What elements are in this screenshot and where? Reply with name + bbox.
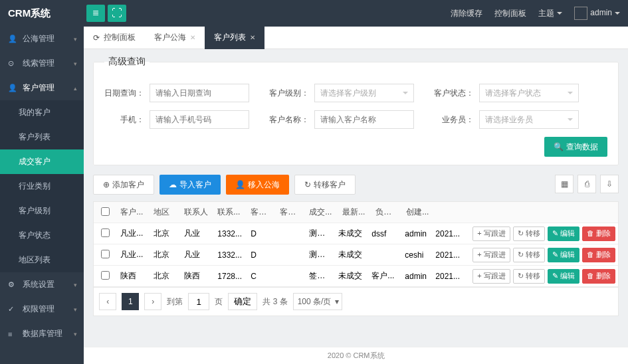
close-icon[interactable]: ✕ — [190, 34, 195, 41]
footer: 2020 © CRM系统 — [84, 347, 628, 364]
refresh-icon: ↻ — [304, 180, 311, 189]
sales-select[interactable]: 请选择业务员 — [479, 110, 579, 129]
sidebar-item[interactable]: 我的客户 — [0, 100, 84, 125]
chevron-down-icon — [403, 92, 408, 94]
status-select[interactable]: 请选择客户状态 — [479, 84, 579, 102]
total-count: 共 3 条 — [262, 296, 287, 308]
sidebar-group[interactable]: ⚙系统设置▾ — [0, 272, 84, 297]
follow-button[interactable]: + 写跟进 — [472, 227, 510, 241]
print-button[interactable]: ⎙ — [577, 175, 596, 193]
sidebar-group[interactable]: ≡数据库管理▾ — [0, 321, 84, 346]
column-header[interactable]: 客户... — [116, 207, 150, 218]
tab[interactable]: 客户公海✕ — [145, 27, 205, 49]
fullscreen-button[interactable]: ⛶ — [108, 5, 126, 22]
import-customer-button[interactable]: ☁导入客户 — [159, 175, 221, 195]
sidebar-group[interactable]: 👤公海管理▾ — [0, 27, 84, 51]
move-to-sea-button[interactable]: 👤移入公海 — [226, 175, 289, 195]
chevron-icon: ▾ — [74, 36, 77, 43]
row-checkbox[interactable] — [101, 228, 110, 237]
name-input[interactable] — [314, 110, 414, 129]
goto-confirm-button[interactable]: 确定 — [228, 293, 257, 310]
group-icon: ≡ — [8, 330, 17, 338]
table-row: 凡业...北京凡业1332...D测试...未成交dssfadmin2021..… — [94, 223, 618, 244]
table-row: 陕西北京陕西1728...C签单...未成交客户...admin2021...+… — [94, 266, 618, 287]
control-panel-link[interactable]: 控制面板 — [494, 8, 526, 19]
column-header[interactable]: 客户... — [247, 207, 276, 218]
level-select[interactable]: 请选择客户级别 — [314, 84, 414, 102]
query-button[interactable]: 🔍查询数据 — [544, 137, 607, 157]
column-header[interactable]: 客户... — [276, 207, 305, 218]
transfer-customer-button[interactable]: ↻转移客户 — [294, 175, 356, 195]
next-page-button[interactable]: › — [144, 293, 161, 310]
column-header[interactable]: 负责人 — [371, 207, 402, 218]
cell: 北京 — [150, 228, 180, 239]
column-header[interactable]: 创建... — [402, 207, 439, 218]
cell: dssf — [367, 229, 401, 238]
level-label: 客户级别： — [269, 88, 309, 99]
add-customer-button[interactable]: ⊕添加客户 — [93, 175, 154, 195]
prev-page-button[interactable]: ‹ — [99, 293, 116, 310]
sidebar-item[interactable]: 成交客户 — [0, 149, 84, 174]
delete-button[interactable]: 🗑 删除 — [582, 248, 615, 262]
column-header[interactable]: 最新... — [338, 207, 371, 218]
sidebar-group[interactable]: 👤客户管理▴ — [0, 76, 84, 100]
menu-toggle-button[interactable]: ≡ — [86, 5, 105, 22]
cell: 测试... — [305, 249, 334, 260]
tab-bar: ⟳控制面板客户公海✕客户列表✕ — [84, 27, 628, 49]
edit-button[interactable]: ✎ 编辑 — [548, 227, 579, 241]
cell: 未成交 — [334, 249, 367, 260]
delete-button[interactable]: 🗑 删除 — [582, 227, 615, 241]
column-header[interactable]: 成交... — [305, 207, 338, 218]
close-icon[interactable]: ✕ — [250, 34, 255, 41]
delete-button[interactable]: 🗑 删除 — [582, 269, 615, 284]
group-label: 客户管理 — [23, 82, 54, 94]
page-1-button[interactable]: 1 — [122, 293, 139, 310]
edit-button[interactable]: ✎ 编辑 — [548, 269, 579, 284]
select-all-checkbox[interactable] — [101, 207, 110, 216]
cell: 北京 — [150, 270, 180, 282]
phone-input[interactable] — [150, 110, 249, 129]
cell: D — [247, 250, 276, 260]
transfer-button[interactable]: ↻ 转移 — [513, 227, 545, 241]
sidebar-group[interactable]: ✓权限管理▾ — [0, 297, 84, 321]
sidebar-item[interactable]: 客户状态 — [0, 223, 84, 248]
row-checkbox[interactable] — [101, 271, 110, 280]
chevron-icon: ▾ — [74, 331, 77, 337]
column-header[interactable]: 联系... — [213, 207, 247, 218]
group-label: 数据库管理 — [23, 328, 62, 339]
sidebar-item[interactable]: 客户级别 — [0, 199, 84, 223]
search-icon: 🔍 — [554, 142, 564, 151]
columns-button[interactable]: ▦ — [555, 175, 574, 193]
name-label: 客户名称： — [269, 114, 309, 126]
tab[interactable]: 客户列表✕ — [205, 27, 264, 49]
follow-button[interactable]: + 写跟进 — [472, 269, 510, 284]
transfer-button[interactable]: ↻ 转移 — [513, 248, 545, 262]
sidebar-item[interactable]: 客户列表 — [0, 125, 84, 149]
user-menu[interactable]: admin — [574, 7, 620, 20]
tab-icon: ⟳ — [93, 33, 100, 43]
user-icon: 👤 — [235, 180, 245, 189]
sidebar-item[interactable]: 行业类别 — [0, 174, 84, 199]
per-page-select[interactable]: 100 条/页▾ — [293, 293, 343, 310]
sidebar-group[interactable]: ⊙线索管理▾ — [0, 51, 84, 76]
cell: ceshi — [401, 250, 431, 260]
clear-cache-link[interactable]: 清除缓存 — [451, 8, 482, 19]
date-input[interactable] — [150, 84, 249, 102]
column-header[interactable]: 地区 — [150, 207, 180, 218]
chevron-down-icon — [568, 92, 573, 94]
cell: admin — [401, 272, 431, 281]
sidebar-item[interactable]: 地区列表 — [0, 248, 84, 272]
transfer-button[interactable]: ↻ 转移 — [513, 269, 545, 284]
edit-button[interactable]: ✎ 编辑 — [548, 248, 579, 262]
cell: 未成交 — [334, 270, 367, 282]
follow-button[interactable]: + 写跟进 — [472, 248, 510, 262]
column-header[interactable]: 联系人 — [180, 207, 213, 218]
goto-page-input[interactable] — [188, 293, 209, 310]
tab[interactable]: ⟳控制面板 — [84, 27, 145, 49]
page-unit: 页 — [215, 296, 223, 308]
chevron-icon: ▾ — [74, 306, 77, 313]
row-checkbox[interactable] — [101, 250, 110, 258]
export-button[interactable]: ⇩ — [600, 175, 619, 193]
tab-label: 控制面板 — [104, 32, 136, 43]
theme-dropdown[interactable]: 主题 — [538, 8, 562, 19]
